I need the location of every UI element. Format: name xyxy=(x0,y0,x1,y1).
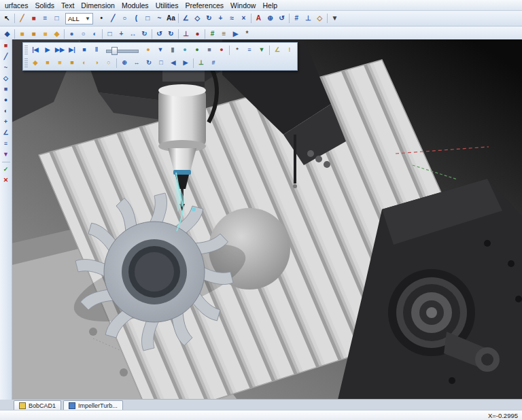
select-arrow-button[interactable]: ↖ xyxy=(1,13,13,24)
analyze-flash-button[interactable]: ! xyxy=(283,45,296,56)
dimension-button[interactable]: ∠ xyxy=(180,13,192,24)
sim-coords-button[interactable]: # xyxy=(207,58,220,69)
go-to-start-button[interactable]: |◀ xyxy=(29,45,41,56)
menu-item-utilities[interactable]: Utilities xyxy=(152,1,182,10)
layers-button[interactable]: □ xyxy=(51,13,63,24)
spline-button[interactable]: ~ xyxy=(154,13,165,24)
view-cube-button[interactable]: ◇ xyxy=(314,13,326,24)
sim-zoom-button[interactable]: ⊕ xyxy=(118,58,130,69)
measure-button[interactable]: ∠ xyxy=(1,128,11,138)
translate-button[interactable]: + xyxy=(215,13,226,24)
line-style-button[interactable]: ≡ xyxy=(39,13,51,24)
simulation-speed-slider[interactable] xyxy=(106,46,139,54)
entity-filter-dropdown[interactable]: ALL ▼ xyxy=(65,13,93,24)
step-forward-button[interactable]: ▶| xyxy=(66,45,78,56)
trim-button[interactable]: × xyxy=(238,13,249,24)
redo-button[interactable]: ↻ xyxy=(165,29,177,40)
solids-button[interactable]: ■ xyxy=(1,84,11,94)
menu-item-modules[interactable]: Modules xyxy=(118,1,152,10)
ok-accept-button[interactable]: ✓ xyxy=(1,164,11,175)
primitives-button[interactable]: ● xyxy=(1,95,11,105)
circle-button[interactable]: ○ xyxy=(119,13,130,24)
menu-item-surfaces[interactable]: urfaces xyxy=(1,1,31,10)
iso-view-cube-button[interactable]: ◆ xyxy=(29,58,41,69)
menu-item-help[interactable]: Help xyxy=(259,1,281,10)
collision-check-button[interactable]: ● xyxy=(215,45,228,56)
front-view-cube-button[interactable]: ■ xyxy=(41,58,54,69)
menu-item-preferences[interactable]: Preferences xyxy=(181,1,227,10)
turbo-mode-button[interactable]: ● xyxy=(142,45,154,56)
view-iso-button[interactable]: ◆ xyxy=(51,29,63,40)
curves-button[interactable]: ~ xyxy=(1,63,11,73)
pan-button[interactable]: ↔ xyxy=(127,29,139,40)
rotate-view-button[interactable]: ↺ xyxy=(276,13,288,24)
layers-panel-button[interactable]: ≡ xyxy=(1,139,11,149)
menu-item-text[interactable]: Text xyxy=(58,1,77,10)
viewport-3d[interactable]: |◀▶▶▶▶|■‖ ●▼▮●●■●*≡▼∠! ◆■■■◐◑○⊕↔↻□◀▶⊥# xyxy=(12,39,522,400)
tab-bobcad1[interactable]: BobCAD1 xyxy=(14,400,61,410)
sketch-pencil-button[interactable]: ╱ xyxy=(16,13,28,24)
top-view-cube-button[interactable]: ■ xyxy=(54,58,66,69)
axes-button[interactable]: ⊥ xyxy=(302,13,314,24)
offset-button[interactable]: ≈ xyxy=(226,13,238,24)
more-options-button[interactable]: ▼ xyxy=(329,13,341,24)
prev-operation-button[interactable]: ◀ xyxy=(167,58,179,69)
drag-handle[interactable] xyxy=(24,46,28,55)
sim-pan-button[interactable]: ↔ xyxy=(130,58,143,69)
mirror-button[interactable]: ◇ xyxy=(192,13,203,24)
sim-settings-gear-button[interactable]: * xyxy=(231,45,243,56)
line-button[interactable]: ╱ xyxy=(107,13,119,24)
color-swatch-button[interactable]: ■ xyxy=(28,13,39,24)
sim-axes-button[interactable]: ⊥ xyxy=(195,58,207,69)
pause-button[interactable]: ‖ xyxy=(90,45,103,56)
shaded-mode-button[interactable]: ● xyxy=(66,29,77,40)
cancel-button[interactable]: ✕ xyxy=(1,175,11,186)
section-y-button[interactable]: ◑ xyxy=(90,58,103,69)
arc-button[interactable]: ( xyxy=(130,13,142,24)
undo-button[interactable]: ↺ xyxy=(154,29,165,40)
side-view-cube-button[interactable]: ■ xyxy=(66,58,78,69)
rectangle-button[interactable]: □ xyxy=(142,13,154,24)
sim-fit-button[interactable]: □ xyxy=(155,58,167,69)
next-operation-button[interactable]: ▶ xyxy=(179,58,192,69)
tab-impellerturb[interactable]: ImpellerTurb... xyxy=(63,400,123,410)
target-display-button[interactable]: ● xyxy=(191,45,203,56)
zoom-window-button[interactable]: + xyxy=(116,29,127,40)
view-top-button[interactable]: ■ xyxy=(16,29,28,40)
zoom-fit-button[interactable]: □ xyxy=(104,29,116,40)
report-button[interactable]: ≡ xyxy=(243,45,256,56)
ucs-button[interactable]: ⊥ xyxy=(180,29,192,40)
sketch-mode-button[interactable]: ╱ xyxy=(1,52,11,62)
machine-setup-button[interactable]: ≡ xyxy=(218,29,230,40)
toolpath-button[interactable]: ▼ xyxy=(1,150,11,160)
snap-settings-button[interactable]: ◆ xyxy=(1,29,13,40)
stock-wizard-button[interactable]: # xyxy=(207,29,218,40)
menu-item-window[interactable]: Window xyxy=(227,1,259,10)
play-button[interactable]: ▶ xyxy=(41,45,54,56)
post-process-button[interactable]: ▶ xyxy=(230,29,241,40)
workspace-button[interactable]: ■ xyxy=(1,41,11,51)
view-side-button[interactable]: ■ xyxy=(39,29,51,40)
rotate-button[interactable]: ↻ xyxy=(203,13,215,24)
save-stock-button[interactable]: ▼ xyxy=(256,45,268,56)
section-off-button[interactable]: ○ xyxy=(103,58,115,69)
slider-thumb[interactable] xyxy=(111,47,118,55)
zoom-in-button[interactable]: ⊕ xyxy=(264,13,276,24)
snap-magnet-button[interactable]: A xyxy=(253,13,264,24)
measure-sim-button[interactable]: ∠ xyxy=(271,45,283,56)
text-button[interactable]: Aa xyxy=(165,13,177,24)
section-x-button[interactable]: ◐ xyxy=(78,58,90,69)
drag-handle[interactable] xyxy=(24,58,28,68)
fast-forward-button[interactable]: ▶▶ xyxy=(54,45,66,56)
point-button[interactable]: • xyxy=(96,13,107,24)
show-tool-button[interactable]: ▼ xyxy=(154,45,167,56)
stop-button[interactable]: ■ xyxy=(78,45,90,56)
boolean-button[interactable]: ◐ xyxy=(1,106,11,116)
view-front-button[interactable]: ■ xyxy=(28,29,39,40)
stock-display-button[interactable]: ● xyxy=(179,45,191,56)
origin-button[interactable]: ● xyxy=(192,29,203,40)
settings-gear-button[interactable]: * xyxy=(241,29,253,40)
rotate-3d-button[interactable]: ↻ xyxy=(139,29,150,40)
grid-button[interactable]: # xyxy=(291,13,302,24)
show-holder-button[interactable]: ▮ xyxy=(167,45,179,56)
